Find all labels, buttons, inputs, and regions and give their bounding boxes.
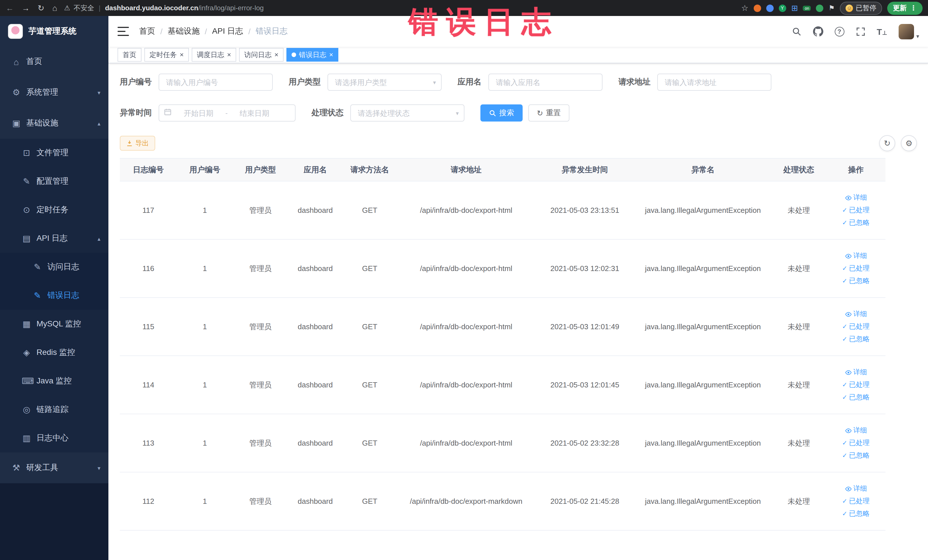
sidebar-item-home[interactable]: ⌂ 首页: [0, 46, 108, 77]
java-icon: ⌨: [22, 376, 31, 386]
end-date-input[interactable]: [230, 109, 279, 117]
export-button[interactable]: 导出: [120, 136, 155, 151]
status-text: 未处理: [771, 414, 826, 472]
mark-ignored-link[interactable]: ✓已忽略: [842, 334, 870, 344]
tab-error-log[interactable]: 错误日志×: [286, 48, 338, 62]
user-menu[interactable]: ▾: [899, 24, 919, 39]
extension-icon-blue-drop[interactable]: [766, 4, 773, 12]
extension-icon-orange[interactable]: [753, 4, 761, 12]
extension-icon-on-badge[interactable]: on: [803, 5, 811, 11]
col-process-status: 处理状态: [771, 158, 826, 181]
mark-ignored-link[interactable]: ✓已忽略: [842, 276, 870, 286]
col-exception-time: 异常发生时间: [535, 158, 635, 181]
sidebar-item-trace[interactable]: ◎ 链路追踪: [0, 395, 108, 424]
detail-link[interactable]: 详细: [845, 309, 867, 319]
sidebar: 芋道管理系统 ⌂ 首页 ⚙ 系统管理 ▾ ▣ 基础设施 ▴ ⊡: [0, 16, 108, 560]
mark-processed-link[interactable]: ✓已处理: [842, 322, 870, 331]
bookmark-star-icon[interactable]: ☆: [741, 4, 748, 12]
sidebar-item-dev-tools[interactable]: ⚒ 研发工具 ▾: [0, 452, 108, 483]
detail-link[interactable]: 详细: [845, 251, 867, 261]
sidebar-item-log-center[interactable]: ▥ 日志中心: [0, 424, 108, 452]
mark-processed-link[interactable]: ✓已处理: [842, 205, 870, 215]
check-icon: ✓: [842, 452, 847, 459]
tab-dispatch-log[interactable]: 调度日志×: [192, 48, 236, 62]
sidebar-item-access-log[interactable]: ✎ 访问日志: [0, 253, 108, 281]
fullscreen-icon[interactable]: [856, 26, 865, 36]
start-date-input[interactable]: [174, 109, 223, 117]
detail-link[interactable]: 详细: [845, 368, 867, 377]
calendar-icon: [164, 108, 172, 118]
font-size-icon[interactable]: T⊥: [877, 26, 887, 36]
trace-icon: ◎: [22, 404, 31, 415]
sidebar-item-api-logs[interactable]: ▤ API 日志 ▴: [0, 224, 108, 253]
tab-home[interactable]: 首页: [118, 48, 142, 62]
search-icon[interactable]: [792, 26, 801, 36]
tab-access-log[interactable]: 访问日志×: [239, 48, 284, 62]
tab-scheduled-tasks[interactable]: 定时任务×: [144, 48, 189, 62]
mark-ignored-link[interactable]: ✓已忽略: [842, 451, 870, 461]
user-id-input[interactable]: [159, 73, 273, 91]
breadcrumb-api-logs[interactable]: API 日志: [212, 26, 243, 37]
mark-processed-link[interactable]: ✓已处理: [842, 496, 870, 506]
sidebar-item-scheduled-tasks[interactable]: ⊙ 定时任务: [0, 196, 108, 224]
mark-ignored-link[interactable]: ✓已忽略: [842, 218, 870, 227]
search-button[interactable]: 搜索: [481, 104, 523, 122]
sidebar-item-redis-monitor[interactable]: ◈ Redis 监控: [0, 338, 108, 367]
mark-processed-link[interactable]: ✓已处理: [842, 438, 870, 448]
user-id-label: 用户编号: [120, 77, 152, 87]
app-name-input[interactable]: [488, 73, 603, 91]
sidebar-item-system-management[interactable]: ⚙ 系统管理 ▾: [0, 77, 108, 108]
sidebar-item-infrastructure[interactable]: ▣ 基础设施 ▴: [0, 108, 108, 139]
user-type-select[interactable]: [328, 73, 442, 91]
extension-icon-green-y[interactable]: Y: [778, 4, 786, 12]
reset-button[interactable]: ↻ 重置: [528, 104, 569, 122]
table-row: 114 1 管理员 dashboard GET /api/infra/db-do…: [120, 356, 885, 414]
reload-icon[interactable]: ↻: [38, 4, 44, 12]
eye-icon: [845, 369, 852, 376]
avatar: [899, 24, 914, 39]
close-icon[interactable]: ×: [180, 51, 184, 58]
security-label[interactable]: 不安全: [73, 3, 94, 13]
extension-icon-sprout[interactable]: [816, 4, 823, 12]
back-icon[interactable]: ←: [6, 4, 14, 12]
exception-time-range-picker[interactable]: -: [159, 104, 296, 122]
refresh-table-button[interactable]: ↻: [879, 135, 895, 151]
hamburger-icon[interactable]: [118, 27, 129, 36]
mark-ignored-link[interactable]: ✓已忽略: [842, 392, 870, 402]
column-settings-button[interactable]: ⚙: [901, 135, 917, 151]
help-icon[interactable]: ?: [835, 26, 844, 36]
sidebar-item-file-management[interactable]: ⊡ 文件管理: [0, 139, 108, 167]
sidebar-item-java-monitor[interactable]: ⌨ Java 监控: [0, 367, 108, 395]
update-button[interactable]: 更新 ⋮: [887, 2, 923, 15]
close-icon[interactable]: ×: [329, 51, 333, 58]
detail-link[interactable]: 详细: [845, 193, 867, 203]
top-navbar: 首页 / 基础设施 / API 日志 / 错误日志 ?: [108, 16, 928, 47]
close-icon[interactable]: ×: [227, 51, 231, 58]
eye-icon: [845, 194, 852, 201]
extension-pin-icon[interactable]: ⚑: [829, 4, 835, 12]
breadcrumb-infrastructure[interactable]: 基础设施: [168, 26, 200, 37]
refresh-icon: ↻: [537, 109, 543, 117]
detail-link[interactable]: 详细: [845, 426, 867, 435]
mark-processed-link[interactable]: ✓已处理: [842, 380, 870, 390]
sidebar-item-mysql-monitor[interactable]: ▦ MySQL 监控: [0, 310, 108, 338]
request-url-input[interactable]: [657, 73, 771, 91]
browser-menu-icon[interactable]: ⋮: [910, 5, 917, 11]
process-status-select[interactable]: [350, 104, 464, 122]
app-logo-row[interactable]: 芋道管理系统: [0, 16, 108, 46]
status-text: 未处理: [771, 181, 826, 240]
close-icon[interactable]: ×: [275, 51, 278, 58]
sidebar-item-config-management[interactable]: ✎ 配置管理: [0, 167, 108, 196]
github-icon[interactable]: [813, 26, 823, 37]
home-nav-icon[interactable]: ⌂: [52, 4, 57, 12]
sidebar-item-error-log[interactable]: ✎ 错误日志: [0, 281, 108, 310]
forward-icon[interactable]: →: [22, 4, 30, 12]
breadcrumb-home[interactable]: 首页: [139, 26, 155, 37]
extension-icon-grid[interactable]: ⊞: [791, 4, 798, 12]
url-bar[interactable]: dashboard.yudao.iocoder.cn/infra/log/api…: [105, 4, 264, 12]
mark-ignored-link[interactable]: ✓已忽略: [842, 509, 870, 519]
mark-processed-link[interactable]: ✓已处理: [842, 264, 870, 273]
paused-badge[interactable]: ☺ 已暂停: [840, 2, 882, 15]
detail-link[interactable]: 详细: [845, 484, 867, 493]
col-log-id: 日志编号: [120, 158, 177, 181]
